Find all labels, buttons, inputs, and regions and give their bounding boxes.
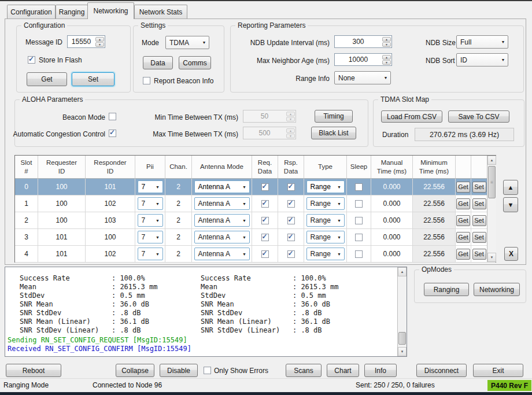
- pii-dropdown[interactable]: 7 ▼: [138, 248, 163, 260]
- req-data-checkbox[interactable]: [261, 183, 269, 191]
- disconnect-button[interactable]: Disconnect: [416, 364, 467, 377]
- antenna-mode-dropdown[interactable]: Antenna A ▼: [194, 214, 250, 227]
- config-get-button[interactable]: Get: [27, 72, 67, 86]
- pii-dropdown[interactable]: 7 ▼: [138, 197, 163, 210]
- max-neighbor-age-spinner[interactable]: 10000 ▲▼: [334, 53, 392, 66]
- type-dropdown[interactable]: Range ▼: [306, 214, 345, 227]
- spinner-up-icon[interactable]: ▲: [382, 55, 391, 60]
- collapse-button[interactable]: Collapse: [116, 364, 154, 377]
- store-in-flash-checkbox[interactable]: [28, 56, 35, 64]
- console-scrollbar-thumb[interactable]: [398, 332, 406, 345]
- rsp-data-checkbox[interactable]: [287, 250, 295, 258]
- data-button[interactable]: Data: [143, 56, 173, 69]
- antenna-mode-dropdown[interactable]: Antenna A ▼: [194, 248, 250, 260]
- row-set-button[interactable]: Set: [472, 198, 486, 209]
- req-data-checkbox[interactable]: [261, 234, 269, 241]
- row-get-button[interactable]: Get: [456, 232, 470, 243]
- spinner-up-icon[interactable]: ▲: [95, 37, 104, 42]
- rsp-data-checkbox[interactable]: [287, 200, 295, 208]
- type-dropdown[interactable]: Range ▼: [306, 197, 345, 210]
- exit-button[interactable]: Exit: [473, 364, 523, 377]
- save-to-csv-button[interactable]: Save To CSV: [448, 110, 509, 123]
- console-scrollbar[interactable]: ▲ ▼: [397, 267, 407, 356]
- only-show-errors-checkbox[interactable]: [204, 367, 211, 374]
- table-row[interactable]: 2 100 103 7 ▼ 2 Antenna A ▼ Range ▼ 0.00…: [15, 212, 496, 229]
- disable-button[interactable]: Disable: [160, 364, 198, 377]
- row-get-button[interactable]: Get: [456, 249, 470, 260]
- report-beacon-info-checkbox[interactable]: [143, 77, 150, 84]
- req-data-checkbox[interactable]: [261, 250, 269, 258]
- antenna-mode-dropdown[interactable]: Antenna A ▼: [194, 180, 250, 193]
- row-set-button[interactable]: Set: [472, 232, 486, 243]
- rsp-data-checkbox[interactable]: [287, 217, 295, 224]
- spinner-down-icon[interactable]: ▼: [95, 42, 104, 47]
- scroll-up-icon[interactable]: ▲: [398, 267, 407, 276]
- timing-button[interactable]: Timing: [315, 110, 353, 123]
- row-get-button[interactable]: Get: [456, 215, 470, 226]
- status-sent-counter: Sent: 250 / 250, 0 failures: [356, 381, 435, 389]
- sleep-checkbox[interactable]: [355, 234, 363, 241]
- tab-ranging[interactable]: Ranging: [56, 5, 88, 19]
- rsp-data-checkbox[interactable]: [287, 183, 295, 191]
- antenna-mode-dropdown[interactable]: Antenna A ▼: [194, 197, 250, 210]
- range-info-dropdown[interactable]: None ▼: [334, 71, 391, 84]
- type-dropdown[interactable]: Range ▼: [306, 231, 345, 243]
- pii-dropdown[interactable]: 7 ▼: [138, 231, 163, 243]
- opmode-networking-button[interactable]: Networking: [474, 283, 520, 296]
- row-set-button[interactable]: Set: [472, 182, 486, 193]
- table-row[interactable]: 3 101 100 7 ▼ 2 Antenna A ▼ Range ▼ 0.00…: [15, 229, 496, 246]
- chart-button[interactable]: Chart: [327, 364, 359, 377]
- config-set-button[interactable]: Set: [72, 72, 114, 86]
- antenna-mode-dropdown[interactable]: Antenna A ▼: [194, 231, 250, 243]
- ndb-sort-dropdown[interactable]: ID ▼: [456, 53, 508, 67]
- mode-dropdown[interactable]: TDMA ▼: [165, 36, 209, 49]
- sleep-checkbox[interactable]: [355, 200, 363, 208]
- spinner-down-icon[interactable]: ▼: [382, 42, 391, 47]
- rsp-data-checkbox[interactable]: [287, 234, 295, 241]
- req-data-checkbox[interactable]: [261, 217, 269, 224]
- scroll-down-icon[interactable]: ▼: [398, 347, 407, 356]
- row-set-button[interactable]: Set: [472, 249, 486, 260]
- sleep-checkbox[interactable]: [355, 250, 363, 258]
- info-button[interactable]: Info: [364, 364, 397, 377]
- row-get-button[interactable]: Get: [456, 182, 470, 193]
- beacon-mode-checkbox[interactable]: [109, 113, 116, 120]
- type-dropdown[interactable]: Range ▼: [306, 248, 345, 260]
- table-row[interactable]: 1 100 102 7 ▼ 2 Antenna A ▼ Range ▼ 0.00…: [15, 195, 496, 212]
- sleep-checkbox[interactable]: [355, 183, 363, 191]
- req-data-checkbox[interactable]: [261, 200, 269, 208]
- black-list-button[interactable]: Black List: [311, 127, 356, 139]
- row-delete-button[interactable]: X: [504, 247, 518, 261]
- sleep-checkbox[interactable]: [355, 217, 363, 224]
- tab-networking[interactable]: Networking: [87, 2, 134, 19]
- table-row[interactable]: 0 100 101 7 ▼ 2 Antenna A ▼ Range ▼ 0.00…: [15, 179, 496, 195]
- ndb-size-dropdown[interactable]: Full ▼: [456, 35, 508, 49]
- row-move-up-button[interactable]: ▲: [503, 180, 518, 195]
- scroll-down-icon[interactable]: ▼: [487, 253, 496, 262]
- tab-configuration[interactable]: Configuration: [7, 5, 56, 19]
- opmode-ranging-button[interactable]: Ranging: [424, 283, 469, 296]
- comms-button[interactable]: Comms: [179, 56, 211, 69]
- console-output[interactable]: Success Rate : 100.0% Mean : 2615.3 mm S…: [5, 267, 407, 357]
- message-id-spinner[interactable]: 15550 ▲▼: [67, 35, 105, 48]
- row-set-button[interactable]: Set: [472, 215, 486, 226]
- max-neighbor-age-label: Max Neighbor Age (ms): [232, 57, 330, 65]
- scans-button[interactable]: Scans: [286, 364, 322, 377]
- load-from-csv-button[interactable]: Load From CSV: [381, 110, 442, 123]
- row-move-down-button[interactable]: ▼: [503, 197, 518, 212]
- tab-network-stats[interactable]: Network Stats: [134, 5, 187, 19]
- type-dropdown[interactable]: Range ▼: [306, 180, 345, 193]
- table-scrollbar[interactable]: ▲ ≡ ▼: [487, 156, 496, 262]
- pii-dropdown[interactable]: 7 ▼: [138, 214, 163, 227]
- spinner-up-icon[interactable]: ▲: [382, 37, 391, 42]
- acc-checkbox[interactable]: [109, 130, 116, 137]
- row-get-button[interactable]: Get: [456, 198, 470, 209]
- table-row[interactable]: 4 101 102 7 ▼ 2 Antenna A ▼ Range ▼ 0.00…: [15, 246, 496, 263]
- aloha-parameters-group-title: ALOHA Parameters: [20, 95, 85, 104]
- reboot-button[interactable]: Reboot: [6, 364, 61, 377]
- spinner-down-icon[interactable]: ▼: [382, 60, 391, 65]
- table-scrollbar-thumb[interactable]: ≡: [488, 166, 496, 198]
- pii-dropdown[interactable]: 7 ▼: [138, 180, 163, 193]
- ndb-update-interval-spinner[interactable]: 300 ▲▼: [334, 35, 392, 48]
- scroll-up-icon[interactable]: ▲: [487, 156, 496, 165]
